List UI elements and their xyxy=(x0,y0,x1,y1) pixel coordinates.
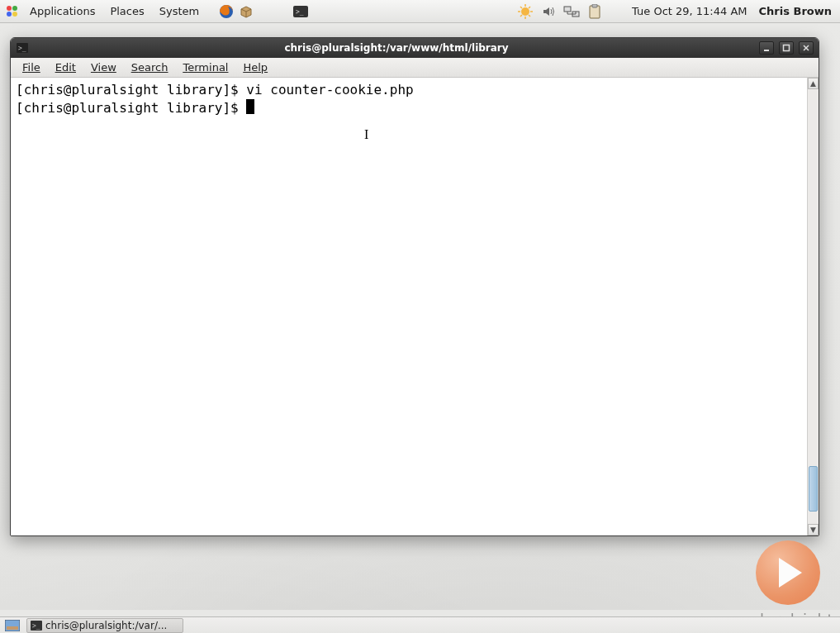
window-maximize-button[interactable] xyxy=(779,41,794,55)
menu-applications[interactable]: Applications xyxy=(23,2,102,21)
play-button[interactable] xyxy=(756,540,820,605)
window-titlebar[interactable]: >_ chris@pluralsight:/var/www/html/libra… xyxy=(11,38,819,58)
terminal-scrollbar[interactable]: ▲ ▼ xyxy=(807,78,819,535)
svg-text:>_: >_ xyxy=(296,8,304,16)
svg-rect-23 xyxy=(784,45,790,51)
svg-text:>_: >_ xyxy=(18,45,26,52)
taskbar-item-label: chris@pluralsight:/var/... xyxy=(45,620,167,631)
menu-edit[interactable]: Edit xyxy=(49,59,83,76)
window-minimize-button[interactable] xyxy=(759,41,774,55)
terminal-small-icon[interactable]: >_ xyxy=(292,2,310,21)
text-caret-icon: I xyxy=(364,126,368,144)
terminal-cursor xyxy=(246,99,254,114)
scrollbar-down-arrow-icon[interactable]: ▼ xyxy=(808,524,819,535)
bottom-panel: >_ chris@pluralsight:/var/... xyxy=(0,616,840,633)
svg-point-3 xyxy=(12,12,17,17)
svg-line-12 xyxy=(520,7,522,8)
package-icon[interactable] xyxy=(237,2,255,21)
menu-terminal[interactable]: Terminal xyxy=(177,59,235,76)
clipboard-icon[interactable] xyxy=(586,2,604,21)
svg-rect-19 xyxy=(592,4,597,7)
svg-point-7 xyxy=(521,7,529,16)
taskbar-terminal-button[interactable]: >_ chris@pluralsight:/var/... xyxy=(26,618,183,633)
show-desktop-button[interactable] xyxy=(3,618,21,633)
user-menu[interactable]: Chris Brown xyxy=(756,5,837,17)
terminal-output[interactable]: [chris@pluralsight library]$ vi counter-… xyxy=(11,78,807,535)
svg-point-1 xyxy=(12,6,17,11)
menu-search[interactable]: Search xyxy=(125,59,175,76)
scrollbar-thumb[interactable] xyxy=(809,466,818,512)
svg-point-0 xyxy=(7,6,12,11)
terminal-small-icon: >_ xyxy=(31,621,42,631)
window-close-button[interactable] xyxy=(799,41,814,55)
window-title: chris@pluralsight:/var/www/html/library xyxy=(34,42,759,54)
sound-icon[interactable] xyxy=(539,2,558,21)
svg-line-15 xyxy=(520,15,522,17)
svg-rect-27 xyxy=(7,626,18,630)
menu-system[interactable]: System xyxy=(153,2,206,21)
clock[interactable]: Tue Oct 29, 11:44 AM xyxy=(629,5,750,17)
top-panel: Applications Places System >_ xyxy=(0,0,840,23)
terminal-line-2: [chris@pluralsight library]$ xyxy=(16,100,254,116)
svg-line-14 xyxy=(529,7,530,8)
apps-launcher-icon[interactable] xyxy=(3,2,21,21)
firefox-icon[interactable] xyxy=(217,2,235,21)
play-icon xyxy=(779,558,802,588)
svg-line-13 xyxy=(529,15,530,17)
terminal-window: >_ chris@pluralsight:/var/www/html/libra… xyxy=(10,37,819,536)
network-icon[interactable] xyxy=(562,2,581,21)
menu-places[interactable]: Places xyxy=(103,2,150,21)
terminal-line-1: [chris@pluralsight library]$ vi counter-… xyxy=(16,82,414,98)
scrollbar-up-arrow-icon[interactable]: ▲ xyxy=(808,78,819,89)
svg-text:>_: >_ xyxy=(32,622,40,630)
window-app-icon: >_ xyxy=(16,41,29,55)
menu-file[interactable]: File xyxy=(16,59,47,76)
menu-view[interactable]: View xyxy=(84,59,123,76)
menu-help[interactable]: Help xyxy=(236,59,274,76)
svg-point-2 xyxy=(7,12,12,17)
svg-rect-16 xyxy=(564,7,571,12)
window-menubar: File Edit View Search Terminal Help xyxy=(11,58,819,78)
weather-icon[interactable] xyxy=(516,2,534,21)
